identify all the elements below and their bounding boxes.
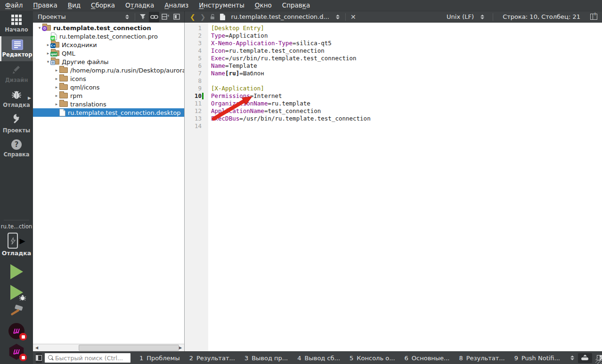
tree-row[interactable]: ▸qml/icons [33,83,184,91]
active-project-label: ru.te...ction [0,223,33,230]
scrollbar-thumb[interactable] [79,345,179,351]
toggle-left-sidebar-button[interactable] [36,353,42,363]
tree-row[interactable]: ▸/home/omp.ru/a.rusin/Desktop/aurora_p [33,66,184,74]
lock-icon [210,14,215,20]
tree-row[interactable]: ▸icons [33,74,184,83]
menu-Окно[interactable]: Окно [250,0,277,11]
output-pane-2[interactable]: 2Результат... [185,355,239,362]
tree-row[interactable]: qtru.template.test_connection.pro [33,32,184,40]
output-pane-6[interactable]: 6Основные... [400,355,454,362]
expand-icon[interactable]: ▸ [54,93,59,98]
code-editor[interactable]: 1[Desktop Entry]2Type=Application3X-Nemo… [185,23,602,351]
menu-Вид[interactable]: Вид [63,0,86,11]
stop-application-button-2[interactable] [0,341,33,362]
open-document-name[interactable]: ru.template.test_connection.d... [231,13,329,20]
kit-selector[interactable]: ▶ [0,233,33,249]
qt-creator-window: ФайлПравкаВидСборкаОтладкаАнализИнструме… [0,0,602,364]
expand-icon[interactable]: ▸ [54,68,59,73]
mode-welcome[interactable]: Начало [0,11,33,36]
scroll-left-icon[interactable]: ◀ [33,344,41,351]
tree-item-label: Исходники [62,41,97,49]
tree-row[interactable]: ru.template.test_connection.desktop [33,108,184,117]
stop-application-button-1[interactable] [0,321,33,341]
navigate-back-icon[interactable]: ❮ [187,13,198,21]
tree-item-label: ru.template.test_connection.pro [59,33,158,40]
locator-search[interactable] [45,353,130,363]
output-pane-9[interactable]: 9Push Notifi... [510,355,564,362]
line-number: 1 [185,24,208,32]
project-tree[interactable]: ▾⚙ru.template.test_connectionqtru.templa… [33,23,184,344]
line-number: 6 [185,62,208,70]
tree-item-label: Другие файлы [62,58,109,65]
debug-bug-small-icon [19,294,26,301]
navigate-forward-icon[interactable]: ❯ [198,13,208,21]
build-hammer-icon [8,305,24,319]
split-panel-icon[interactable]: + [160,12,171,22]
expand-icon[interactable]: ▸ [54,102,59,106]
code-line: 10Permissions=Internet [185,92,602,100]
panes-spinner-icon[interactable] [567,353,578,363]
maximize-output-pane-button[interactable] [578,353,592,363]
scrollbar-track[interactable] [41,344,177,351]
tree-item-label: rpm [70,92,82,99]
expand-icon[interactable]: ▸ [54,76,59,81]
menu-Анализ[interactable]: Анализ [159,0,194,11]
left-panel-icon [36,355,42,361]
output-pane-1[interactable]: 1Проблемы [135,355,184,362]
close-document-icon[interactable]: ✕ [348,13,359,21]
output-pane-5[interactable]: 5Консоль о... [345,355,399,362]
line-number: 12 [185,107,208,115]
menu-Справка[interactable]: Справка [277,0,316,11]
output-pane-3[interactable]: 3Вывод пр... [240,355,292,362]
mode-debug[interactable]: Отладка ▶ [0,86,33,111]
tree-row[interactable]: ▸rpm [33,91,184,100]
project-folder-icon: ⚙ [42,25,51,31]
build-button[interactable] [0,303,33,321]
resize-grip[interactable] [595,357,602,364]
tree-row[interactable]: ▸qmlQML [33,49,184,57]
menu-Правка[interactable]: Правка [28,0,62,11]
split-editor-icon[interactable] [588,12,599,22]
sidebar-divider [4,220,29,220]
tree-item-label: translations [70,101,106,108]
tree-row[interactable]: ▸C+Исходники [33,40,184,49]
filter-icon[interactable] [138,12,148,22]
search-input[interactable] [55,355,129,362]
panel-view-select[interactable]: Проекты [38,13,122,20]
projects-panel-header: Проекты + [33,11,185,22]
kit-submenu-arrow-icon[interactable]: ▶ [19,236,25,245]
expand-icon[interactable]: ▸ [54,85,59,89]
line-number: 8 [185,77,208,85]
folder-icon [59,76,68,81]
code-line: 2Type=Application [185,32,602,40]
close-sidebar-icon[interactable] [171,12,182,22]
menu-Сборка[interactable]: Сборка [86,0,120,11]
debug-run-button[interactable] [0,282,33,303]
tree-row[interactable]: ▾⚙ru.template.test_connection [33,24,184,32]
output-panes: 1Проблемы2Результат...3Вывод пр...4Вывод… [135,355,564,362]
projects-wrench-icon [10,113,23,126]
output-pane-8[interactable]: 8Результат... [455,355,509,362]
menu-Файл[interactable]: Файл [0,0,28,11]
mode-help[interactable]: ? Справка [0,136,33,161]
folder-icon [59,84,68,90]
tree-row[interactable]: ▾⊞Другие файлы [33,57,184,66]
tree-item-label: qml/icons [70,84,100,91]
run-button[interactable] [0,261,33,282]
menu-Инструменты[interactable]: Инструменты [194,0,250,11]
eol-select[interactable]: Unix (LF) [447,13,474,20]
eol-spinner-icon[interactable] [477,12,488,22]
sync-with-editor-icon[interactable] [149,12,159,22]
output-pane-4[interactable]: 4Вывод сб... [293,355,344,362]
mode-label: Дизайн [5,77,28,83]
menu-Отладка[interactable]: Отладка [120,0,159,11]
tree-row[interactable]: ▸translations [33,100,184,108]
document-spinner-icon[interactable] [333,12,343,22]
tree-horizontal-scrollbar[interactable]: ◀ ▶ [33,344,184,351]
tree-item-label: ru.template.test_connection.desktop [68,109,181,116]
debug-submenu-arrow-icon[interactable]: ▶ [28,96,31,100]
mode-projects[interactable]: Проекты [0,111,33,136]
mode-editor[interactable]: Редактор [0,36,33,61]
editor-toolbar: ❮ ❯ ru.template.test_connection.d... ✕ U… [185,11,602,22]
panel-view-spinner-icon[interactable] [122,12,132,22]
